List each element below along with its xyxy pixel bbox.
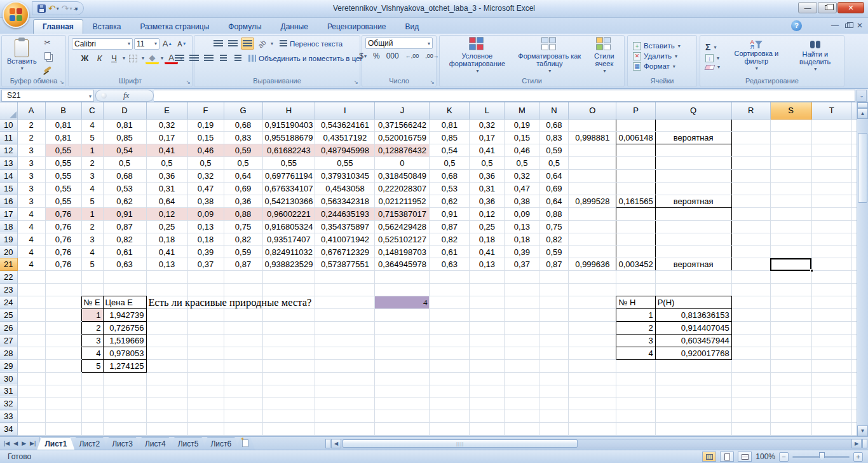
cell-G18[interactable]: 0,75 <box>224 220 262 233</box>
cell-O10[interactable] <box>569 119 616 132</box>
cell-N31[interactable] <box>539 385 569 397</box>
cell-N34[interactable] <box>539 423 569 436</box>
formula-input[interactable] <box>154 90 855 102</box>
cell-T26[interactable] <box>811 322 851 335</box>
cell-S30[interactable] <box>770 372 811 385</box>
cell-D21[interactable]: 0,63 <box>103 258 146 271</box>
cell-D12[interactable]: 0,54 <box>103 144 146 157</box>
align-top-button[interactable] <box>212 38 225 50</box>
cell-S13[interactable] <box>770 157 811 170</box>
cell-B11[interactable]: 0,81 <box>45 132 81 144</box>
cell-B34[interactable] <box>45 423 81 436</box>
cell-R31[interactable] <box>731 385 770 397</box>
cell-F29[interactable] <box>187 359 224 372</box>
cell-K18[interactable]: 0,87 <box>430 220 470 233</box>
cell-T17[interactable] <box>811 207 851 220</box>
cell-O28[interactable] <box>569 347 616 359</box>
cell-L11[interactable]: 0,17 <box>470 132 505 144</box>
cell-O30[interactable] <box>569 372 616 385</box>
cell-C23[interactable] <box>81 284 103 296</box>
fill-handle[interactable] <box>810 269 813 272</box>
zoom-out-button[interactable]: − <box>779 452 789 462</box>
zoom-level[interactable]: 100% <box>756 452 775 461</box>
cell-A25[interactable] <box>17 309 45 322</box>
cell-O25[interactable] <box>569 309 616 322</box>
sheet-tab-лист5[interactable]: Лист5 <box>170 437 207 450</box>
cell-L26[interactable] <box>470 322 505 335</box>
cell-M31[interactable] <box>505 385 539 397</box>
cell-E32[interactable] <box>146 397 187 410</box>
cell-D33[interactable] <box>103 410 146 423</box>
cell-E23[interactable] <box>146 284 187 296</box>
cell-C31[interactable] <box>81 385 103 397</box>
autosum-button[interactable]: Σ▾ <box>705 42 720 52</box>
cell-P27[interactable]: 3 <box>616 334 655 347</box>
cell-G20[interactable]: 0,59 <box>224 245 262 258</box>
cell-L14[interactable]: 0,36 <box>470 170 505 183</box>
cell-Q30[interactable] <box>655 372 731 385</box>
cell-F31[interactable] <box>187 385 224 397</box>
column-header-N[interactable]: N <box>539 102 569 119</box>
cell-P13[interactable] <box>616 157 655 170</box>
window-restore-button[interactable] <box>818 2 837 13</box>
cell-S29[interactable] <box>770 359 811 372</box>
cell-I32[interactable] <box>315 397 375 410</box>
cell-G30[interactable] <box>224 372 262 385</box>
column-header-Q[interactable]: Q <box>655 102 731 119</box>
cell-R20[interactable] <box>731 245 770 258</box>
cell-B27[interactable] <box>45 334 81 347</box>
cell-O32[interactable] <box>569 397 616 410</box>
cell-I19[interactable]: 0,410071942 <box>315 233 375 245</box>
cell-E12[interactable]: 0,41 <box>146 144 187 157</box>
cell-C19[interactable]: 3 <box>81 233 103 245</box>
cell-K25[interactable] <box>430 309 470 322</box>
cell-K14[interactable]: 0,68 <box>430 170 470 183</box>
cell-K27[interactable] <box>430 334 470 347</box>
cell-L28[interactable] <box>470 347 505 359</box>
cell-A22[interactable] <box>17 271 45 284</box>
font-size-combo[interactable]: 11▾ <box>134 38 159 50</box>
horizontal-scrollbar[interactable]: |||| <box>341 439 851 448</box>
cell-F15[interactable]: 0,47 <box>187 183 224 195</box>
align-bottom-button[interactable] <box>241 38 254 50</box>
cell-M33[interactable] <box>505 410 539 423</box>
number-dialog-launcher[interactable]: ↘ <box>430 79 435 85</box>
cell-G33[interactable] <box>224 410 262 423</box>
cell-K26[interactable] <box>430 322 470 335</box>
font-dialog-launcher[interactable]: ↘ <box>186 79 191 85</box>
page-layout-view-button[interactable] <box>720 452 734 462</box>
cell-J11[interactable]: 0,520016759 <box>375 132 430 144</box>
cell-I28[interactable] <box>315 347 375 359</box>
cell-Q23[interactable] <box>655 284 731 296</box>
cell-I31[interactable] <box>315 385 375 397</box>
cell-P29[interactable] <box>616 359 655 372</box>
cell-E13[interactable]: 0,5 <box>146 157 187 170</box>
cut-button[interactable]: ✂ <box>41 37 54 48</box>
row-header-24[interactable]: 24 <box>0 296 17 309</box>
cell-G12[interactable]: 0,59 <box>224 144 262 157</box>
scroll-left-button[interactable]: ◀ <box>331 439 341 448</box>
row-header-11[interactable]: 11 <box>0 132 17 144</box>
cell-D10[interactable]: 0,81 <box>103 119 146 132</box>
cell-D16[interactable]: 0,62 <box>103 195 146 207</box>
cell-B24[interactable] <box>45 296 81 309</box>
cell-T10[interactable] <box>811 119 851 132</box>
cell-H22[interactable] <box>262 271 315 284</box>
column-header-R[interactable]: R <box>731 102 770 119</box>
cell-C11[interactable]: 5 <box>81 132 103 144</box>
cell-E10[interactable]: 0,32 <box>146 119 187 132</box>
row-header-25[interactable]: 25 <box>0 309 17 322</box>
cell-M12[interactable]: 0,46 <box>505 144 539 157</box>
cell-M25[interactable] <box>505 309 539 322</box>
cell-A23[interactable] <box>17 284 45 296</box>
cell-D22[interactable] <box>103 271 146 284</box>
cell-L27[interactable] <box>470 334 505 347</box>
cell-T30[interactable] <box>811 372 851 385</box>
column-header-P[interactable]: P <box>616 102 655 119</box>
cell-E29[interactable] <box>146 359 187 372</box>
cell-J13[interactable]: 0 <box>375 157 430 170</box>
cell-H31[interactable] <box>262 385 315 397</box>
tab-split-handle[interactable] <box>325 439 330 448</box>
cell-D17[interactable]: 0,91 <box>103 207 146 220</box>
cell-P34[interactable] <box>616 423 655 436</box>
